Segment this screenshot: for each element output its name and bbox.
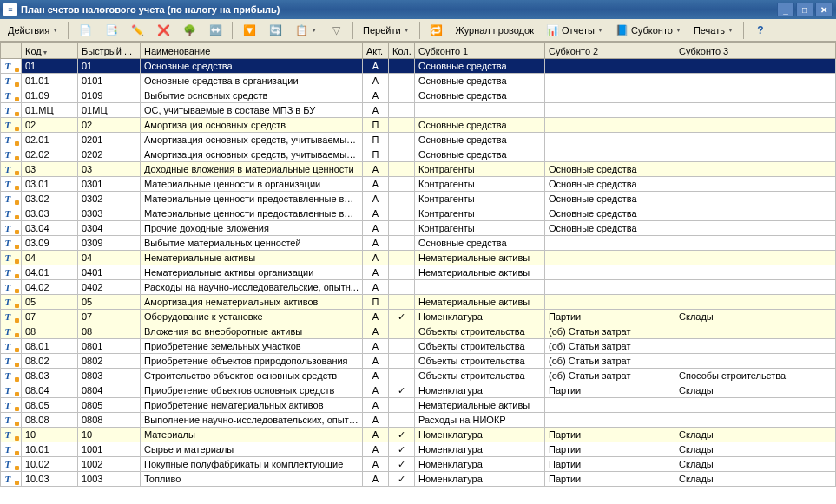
table-row[interactable]: T01.090109Выбытие основных средствАОснов…	[1, 88, 836, 103]
filter-button[interactable]: 🔽	[238, 21, 260, 40]
cell-sub1	[415, 103, 545, 118]
cell-sub2: (об) Статьи затрат	[545, 324, 675, 339]
add-button[interactable]: 📄	[74, 21, 96, 40]
col-sub2[interactable]: Субконто 2	[545, 43, 675, 59]
table-row[interactable]: T02.020202Амортизация основных средств, …	[1, 147, 836, 162]
table-row[interactable]: T04.010401Нематериальные активы организа…	[1, 265, 836, 280]
journal-button[interactable]: Журнал проводок	[451, 21, 538, 40]
cell-sub2	[545, 147, 675, 162]
cell-sub3	[675, 236, 836, 251]
table-row[interactable]: T0404Нематериальные активыАНематериальны…	[1, 251, 836, 265]
update-button[interactable]: 🔁	[425, 21, 448, 40]
cell-kod: 04.01	[22, 265, 78, 280]
account-icon: T	[5, 120, 17, 130]
cell-fast: 0302	[78, 192, 141, 206]
add-copy-button[interactable]: 📑	[100, 21, 122, 40]
goto-menu[interactable]: Перейти ▼	[359, 21, 414, 40]
col-kol[interactable]: Кол.	[389, 43, 415, 59]
col-sub1[interactable]: Субконто 1	[415, 43, 545, 59]
edit-button[interactable]: ✏️	[126, 21, 148, 40]
table-row[interactable]: T1010МатериалыА✓НоменклатураПартииСклады	[1, 428, 836, 442]
delete-button[interactable]: ❌	[152, 21, 174, 40]
table-row[interactable]: T0303Доходные вложения в материальные це…	[1, 162, 836, 177]
cell-kol: ✓	[389, 472, 415, 487]
cell-fast: 0801	[78, 339, 141, 354]
table-row[interactable]: T02.010201Амортизация основных средств, …	[1, 133, 836, 147]
print-menu[interactable]: Печать ▼	[689, 21, 738, 40]
table-row[interactable]: T10.031003ТопливоА✓НоменклатураПартииСкл…	[1, 472, 836, 487]
col-kod[interactable]: Код▾	[22, 43, 78, 59]
header-row: Код▾ Быстрый ... Наименование Акт. Кол. …	[1, 43, 836, 59]
cell-kod: 07	[22, 310, 78, 324]
cell-act: А	[363, 162, 389, 177]
move-item-button[interactable]: ↔️	[204, 21, 227, 40]
cell-name: Приобретение объектов основных средств	[141, 383, 363, 398]
col-name[interactable]: Наименование	[141, 43, 363, 59]
col-fast[interactable]: Быстрый ...	[78, 43, 141, 59]
reports-menu[interactable]: 📊 Отчеты ▼	[542, 21, 608, 40]
cell-act: А	[363, 413, 389, 428]
table-row[interactable]: T0505Амортизация нематериальных активовП…	[1, 295, 836, 310]
cell-sub1: Основные средства	[415, 88, 545, 103]
table-row[interactable]: T0101Основные средстваАОсновные средства	[1, 59, 836, 74]
help-button[interactable]: ?	[749, 21, 772, 40]
col-sub3[interactable]: Субконто 3	[675, 43, 836, 59]
table-row[interactable]: T03.040304Прочие доходные вложенияАКонтр…	[1, 221, 836, 236]
cell-fast: 10	[78, 428, 141, 442]
table-row[interactable]: T08.030803Строительство объектов основны…	[1, 369, 836, 383]
cell-kod: 03.04	[22, 221, 78, 236]
table-row[interactable]: T0808Вложения во внеоборотные активыАОбъ…	[1, 324, 836, 339]
table-row[interactable]: T03.090309Выбытие материальных ценностей…	[1, 236, 836, 251]
table-row[interactable]: T08.050805Приобретение нематериальных ак…	[1, 398, 836, 413]
cell-name: Приобретение нематериальных активов	[141, 398, 363, 413]
table-row[interactable]: T03.010301Материальные ценности в органи…	[1, 177, 836, 192]
cell-act: А	[363, 369, 389, 383]
table-row[interactable]: T10.021002Покупные полуфабрикаты и компл…	[1, 457, 836, 472]
account-icon: T	[5, 61, 17, 71]
row-icon-cell: T	[1, 147, 22, 162]
table-row[interactable]: T0707Оборудование к установкеА✓Номенклат…	[1, 310, 836, 324]
col-icon[interactable]	[1, 43, 22, 59]
account-icon: T	[5, 238, 17, 248]
table-row[interactable]: T04.020402Расходы на научно-исследовател…	[1, 280, 836, 295]
cell-name: Материалы	[141, 428, 363, 442]
cell-sub1: Основные средства	[415, 133, 545, 147]
table-row[interactable]: T08.080808Выполнение научно-исследовател…	[1, 413, 836, 428]
refresh-button[interactable]: 🔄	[264, 21, 286, 40]
cell-act: А	[363, 339, 389, 354]
journal-label: Журнал проводок	[456, 25, 534, 36]
grid[interactable]: Код▾ Быстрый ... Наименование Акт. Кол. …	[0, 42, 836, 504]
table-row[interactable]: T01.МЦ01МЦОС, учитываемые в составе МПЗ …	[1, 103, 836, 118]
table-row[interactable]: T03.020302Материальные ценности предоста…	[1, 192, 836, 206]
cell-name: ОС, учитываемые в составе МПЗ в БУ	[141, 103, 363, 118]
table-row[interactable]: T0202Амортизация основных средствПОсновн…	[1, 118, 836, 133]
table-row[interactable]: T03.030303Материальные ценности предоста…	[1, 206, 836, 221]
refresh-icon: 🔄	[268, 23, 282, 37]
close-button[interactable]: ✕	[815, 3, 833, 16]
table-row[interactable]: T08.010801Приобретение земельных участко…	[1, 339, 836, 354]
sort-button[interactable]: ▽	[325, 21, 347, 40]
cell-sub2: Партии	[545, 457, 675, 472]
cell-sub3: Способы строительства	[675, 369, 836, 383]
actions-menu[interactable]: Действия ▼	[3, 21, 63, 40]
table-row[interactable]: T08.020802Приобретение объектов природоп…	[1, 354, 836, 369]
table-row[interactable]: T01.010101Основные средства в организаци…	[1, 74, 836, 88]
hierarchy-button[interactable]: 🌳	[178, 21, 201, 40]
check-icon: ✓	[392, 474, 411, 485]
cell-sub1: Расходы на НИОКР	[415, 413, 545, 428]
account-icon: T	[5, 444, 17, 455]
table-row[interactable]: T08.040804Приобретение объектов основных…	[1, 383, 836, 398]
row-icon-cell: T	[1, 133, 22, 147]
copy-button[interactable]: 📋▼	[290, 21, 321, 40]
minimize-button[interactable]: _	[777, 3, 794, 16]
subkonto-menu[interactable]: 📘 Субконто ▼	[611, 21, 686, 40]
row-icon-cell: T	[1, 88, 22, 103]
maximize-button[interactable]: □	[796, 3, 813, 16]
cell-act: А	[363, 457, 389, 472]
accounts-table[interactable]: Код▾ Быстрый ... Наименование Акт. Кол. …	[0, 43, 836, 487]
toolbar: Действия ▼ 📄 📑 ✏️ ❌ 🌳 ↔️ 🔽 🔄 📋▼ ▽ Перейт…	[0, 19, 836, 42]
cell-sub2	[545, 103, 675, 118]
table-row[interactable]: T10.011001Сырье и материалыА✓Номенклатур…	[1, 442, 836, 457]
cell-name: Нематериальные активы организации	[141, 265, 363, 280]
col-act[interactable]: Акт.	[363, 43, 389, 59]
